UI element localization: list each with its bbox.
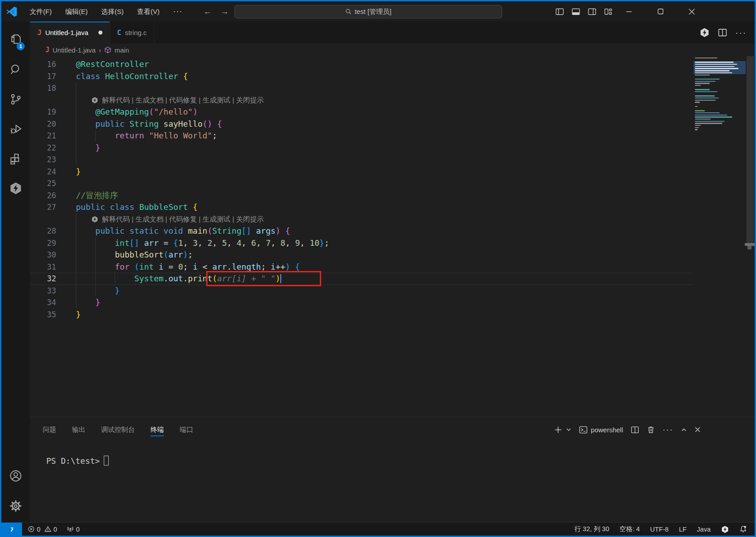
panel-tab[interactable]: 调试控制台 [101, 417, 135, 442]
code-line[interactable]: 28 public static void main(String[] args… [30, 225, 692, 237]
terminal-prompt: PS D:\test> [46, 456, 100, 466]
minimize-button[interactable] [619, 1, 639, 22]
ai-hint-hexagon-icon [91, 97, 98, 104]
ai-hint-row[interactable]: 解释代码 | 生成文档 | 代码修复 | 生成测试 | 关闭提示 [30, 213, 692, 226]
code-line[interactable]: 32 System.out.print(arr[i] + " ") [30, 273, 692, 285]
ai-assistant-icon[interactable] [699, 27, 710, 38]
error-count: 0 [37, 526, 40, 533]
breadcrumb-file[interactable]: Untitled-1.java [53, 46, 96, 54]
split-terminal-icon[interactable] [631, 426, 639, 434]
code-line[interactable]: 29 int[] arr = {1, 3, 2, 5, 4, 6, 7, 8, … [30, 237, 692, 249]
code-line[interactable]: 18 [30, 82, 692, 94]
code-line[interactable]: 35} [30, 309, 692, 321]
symbol-method-icon [104, 46, 111, 53]
tab-untitled-1-java[interactable]: J Untitled-1.java [30, 22, 110, 44]
tab-label: Untitled-1.java [45, 29, 88, 36]
ai-hint-actions[interactable]: 解释代码 | 生成文档 | 代码修复 | 生成测试 | 关闭提示 [102, 94, 264, 107]
tab-label: string.c [125, 29, 146, 36]
code-line[interactable]: 20 public String sayHello() { [30, 118, 692, 130]
vertical-scrollbar[interactable] [747, 56, 754, 246]
toggle-secondary-sidebar-icon[interactable] [586, 5, 598, 18]
code-line[interactable]: 21 return "Hello World"; [30, 130, 692, 142]
panel-more-icon[interactable]: ··· [663, 425, 673, 435]
settings-gear-icon[interactable] [1, 496, 30, 516]
explorer-icon[interactable]: 1 [1, 25, 30, 55]
notifications-bell-icon[interactable] [736, 525, 750, 533]
close-panel-icon[interactable] [694, 426, 701, 433]
code-line[interactable]: 22 } [30, 142, 692, 154]
terminal[interactable]: PS D:\test> [30, 442, 755, 466]
terminal-toolbar: powershell ··· [554, 417, 701, 442]
more-actions-icon[interactable]: ··· [735, 28, 747, 38]
code-line[interactable]: 19 @GetMapping("/hello") [30, 106, 692, 118]
eol-sequence[interactable]: LF [676, 526, 690, 533]
terminal-cursor [104, 456, 109, 466]
language-mode[interactable]: Java [694, 526, 714, 533]
ai-status-icon[interactable] [718, 525, 732, 533]
menu-bar: 文件(F)编辑(E)选择(S)查看(V) [23, 1, 166, 22]
kill-terminal-icon[interactable] [647, 426, 655, 434]
code-line[interactable]: 26//冒泡排序 [30, 190, 692, 202]
code-line[interactable]: 27public class BubbleSort { [30, 201, 692, 213]
minimap[interactable] [694, 57, 746, 134]
code-line[interactable]: 30 bubbleSort(arr); [30, 249, 692, 261]
source-control-icon[interactable] [1, 84, 30, 114]
split-editor-icon[interactable] [718, 28, 727, 37]
forward-icon[interactable]: → [218, 1, 231, 22]
editor-cursor [280, 274, 281, 283]
menu-item-1[interactable]: 编辑(E) [58, 1, 94, 22]
code-line[interactable]: 16@RestController [30, 58, 692, 71]
terminal-dropdown-icon[interactable] [566, 427, 571, 432]
search-sidebar-icon[interactable] [1, 55, 30, 84]
indentation[interactable]: 空格: 4 [616, 525, 643, 533]
menu-item-0[interactable]: 文件(F) [23, 1, 58, 22]
tab-string-c[interactable]: C string.c [110, 22, 155, 44]
problems-status[interactable]: 0 0 [25, 523, 60, 536]
panel-tab[interactable]: 输出 [72, 417, 85, 442]
menu-item-3[interactable]: 查看(V) [130, 1, 166, 22]
terminal-shell-label[interactable]: powershell [591, 426, 623, 434]
maximize-button[interactable] [650, 1, 671, 22]
maximize-panel-icon[interactable] [681, 427, 687, 433]
menu-more[interactable]: ··· [166, 1, 189, 22]
customize-layout-icon[interactable] [602, 5, 615, 18]
code-line[interactable]: 33 } [30, 285, 692, 297]
toggle-panel-icon[interactable] [570, 5, 582, 18]
run-debug-icon[interactable] [1, 114, 30, 144]
ai-hint-hexagon-icon [91, 216, 98, 223]
modified-indicator[interactable] [98, 31, 102, 35]
code-editor[interactable]: 16@RestController17class HelloController… [30, 56, 755, 417]
ai-extension-icon[interactable] [1, 173, 30, 203]
back-icon[interactable]: ← [201, 1, 214, 22]
ai-hint-actions[interactable]: 解释代码 | 生成文档 | 代码修复 | 生成测试 | 关闭提示 [102, 213, 264, 226]
extensions-icon[interactable] [1, 144, 30, 173]
remote-indicator[interactable] [1, 523, 22, 536]
warning-icon [44, 526, 51, 533]
breadcrumb-symbol[interactable]: main [115, 46, 129, 54]
cursor-position[interactable]: 行 32, 列 30 [571, 525, 612, 533]
code-line[interactable]: 24} [30, 166, 692, 178]
status-bar: 0 0 0 行 32, 列 30 空格: 4 UTF-8 LF Java [1, 522, 755, 536]
java-file-icon: J [45, 46, 49, 54]
ports-status[interactable]: 0 [64, 523, 83, 536]
search-input[interactable]: test [管理员] [234, 5, 502, 18]
vscode-window: 文件(F)编辑(E)选择(S)查看(V) ··· ← → test [管理员] [0, 0, 756, 537]
java-file-icon: J [37, 28, 42, 37]
panel-tab[interactable]: 问题 [43, 417, 56, 442]
panel-tab[interactable]: 端口 [180, 417, 193, 442]
error-icon [28, 526, 35, 533]
code-line[interactable]: 25 [30, 178, 692, 190]
toggle-sidebar-icon[interactable] [553, 5, 566, 18]
code-line[interactable]: 23 [30, 154, 692, 166]
ai-hint-row[interactable]: 解释代码 | 生成文档 | 代码修复 | 生成测试 | 关闭提示 [30, 94, 692, 107]
encoding[interactable]: UTF-8 [647, 526, 672, 533]
panel-tab[interactable]: 终端 [150, 417, 164, 442]
menu-item-2[interactable]: 选择(S) [94, 1, 130, 22]
code-line[interactable]: 17class HelloController { [30, 71, 692, 83]
account-icon[interactable] [1, 466, 30, 486]
close-window-button[interactable] [681, 1, 702, 22]
search-text: test [管理员] [355, 8, 392, 16]
new-terminal-icon[interactable] [554, 426, 562, 434]
code-line[interactable]: 31 for (int i = 0; i < arr.length; i++) … [30, 261, 692, 273]
code-line[interactable]: 34 } [30, 297, 692, 309]
